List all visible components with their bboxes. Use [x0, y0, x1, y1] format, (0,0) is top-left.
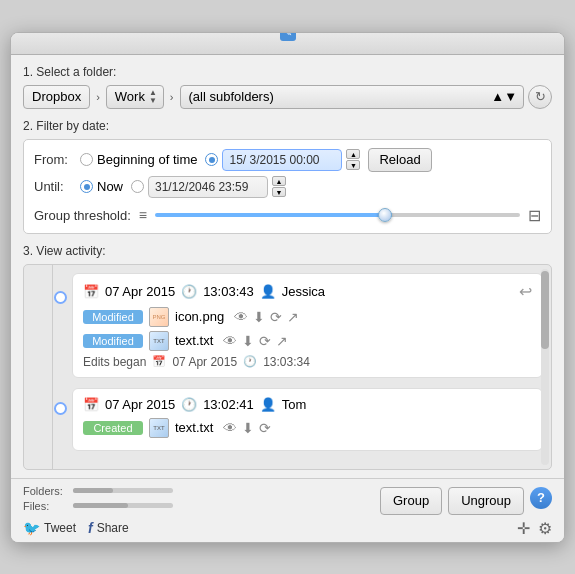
subfolders-arrows-icon: ▲▼ — [491, 89, 517, 104]
file-name-2: text.txt — [175, 333, 213, 348]
threshold-slider[interactable] — [155, 207, 520, 223]
until-date-down[interactable]: ▼ — [272, 187, 286, 197]
move-icon[interactable]: ✛ — [517, 519, 530, 538]
until-date-stepper: ▲ ▼ — [272, 176, 286, 197]
timeline-dot-1 — [54, 291, 67, 304]
from-date-down[interactable]: ▼ — [346, 160, 360, 170]
file-name-1: icon.png — [175, 309, 224, 324]
from-row: From: Beginning of time ▲ ▼ Reload — [34, 148, 541, 172]
until-date-up[interactable]: ▲ — [272, 176, 286, 186]
history-icon-1[interactable]: ⟳ — [270, 309, 282, 325]
file-row-1: Modified PNG icon.png 👁 ⬇ ⟳ ↗ — [83, 307, 532, 327]
files-label: Files: — [23, 500, 65, 512]
preview-icon-3[interactable]: 👁 — [223, 420, 237, 436]
now-radio-circle — [80, 180, 93, 193]
preview-icon-1[interactable]: 👁 — [234, 309, 248, 325]
until-date-input[interactable] — [148, 176, 268, 198]
scrollbar-thumb[interactable] — [541, 271, 549, 349]
filter-section: From: Beginning of time ▲ ▼ Reload Un — [23, 139, 552, 234]
ungroup-button[interactable]: Ungroup — [448, 487, 524, 515]
activity-time-2: 13:02:41 — [203, 397, 254, 412]
beginning-of-time-radio[interactable]: Beginning of time — [80, 152, 197, 167]
activity-user-2: Tom — [282, 397, 307, 412]
user-icon-2: 👤 — [260, 397, 276, 412]
folders-bar-track — [73, 488, 173, 493]
help-button[interactable]: ? — [530, 487, 552, 509]
download-icon-1[interactable]: ⬇ — [253, 309, 265, 325]
badge-modified-1: Modified — [83, 310, 143, 324]
history-icon-3[interactable]: ⟳ — [259, 420, 271, 436]
clock-icon-1: 🕐 — [181, 284, 197, 299]
link-icon-2[interactable]: ↗ — [276, 333, 288, 349]
share-link[interactable]: f Share — [88, 520, 129, 536]
slider-track — [155, 213, 520, 217]
threshold-label: Group threshold: — [34, 208, 131, 223]
title-bar — [11, 33, 564, 55]
activity-group-2: 📅 07 Apr 2015 🕐 13:02:41 👤 Tom Created T… — [72, 388, 543, 451]
app-window: 1. Select a folder: Dropbox › Work ▲▼ › … — [10, 32, 565, 543]
group-button[interactable]: Group — [380, 487, 442, 515]
edits-began-text: Edits began — [83, 355, 146, 369]
until-date-radio-circle[interactable] — [131, 180, 144, 193]
link-icon-1[interactable]: ↗ — [287, 309, 299, 325]
file-thumb-png-1: PNG — [149, 307, 169, 327]
bottom-icons: ✛ ⚙ — [517, 519, 552, 538]
folders-bar-fill — [73, 488, 113, 493]
activity-group-1: 📅 07 Apr 2015 🕐 13:03:43 👤 Jessica ↩ Mod… — [72, 273, 543, 378]
edits-began-row: Edits began 📅 07 Apr 2015 🕐 13:03:34 — [83, 355, 532, 369]
slider-thumb[interactable] — [378, 208, 392, 222]
folders-label: Folders: — [23, 485, 65, 497]
progress-section: Folders: Files: Group Ungroup ? — [23, 485, 552, 515]
folders-row: Folders: — [23, 485, 173, 497]
from-date-radio-circle[interactable] — [205, 153, 218, 166]
tweet-link[interactable]: 🐦 Tweet — [23, 520, 76, 536]
settings-icon[interactable]: ⚙ — [538, 519, 552, 538]
reload-icon-btn[interactable]: ↻ — [528, 85, 552, 109]
undo-icon-1[interactable]: ↩ — [519, 282, 532, 301]
file-thumb-txt-1: TXT — [149, 331, 169, 351]
group-threshold-row: Group threshold: ≡ ⊟ — [34, 206, 541, 225]
share-text: Share — [97, 521, 129, 535]
edits-calendar-icon: 📅 — [152, 355, 166, 368]
bottom-buttons: Group Ungroup ? — [380, 487, 552, 515]
step3-label: 3. View activity: — [23, 244, 552, 258]
from-date-input[interactable] — [222, 149, 342, 171]
files-bar-fill — [73, 503, 128, 508]
calendar-icon-2: 📅 — [83, 397, 99, 412]
dropbox-label: Dropbox — [32, 89, 81, 104]
activity-date-2: 07 Apr 2015 — [105, 397, 175, 412]
until-label: Until: — [34, 179, 72, 194]
chevron-right-icon: › — [96, 91, 100, 103]
now-radio[interactable]: Now — [80, 179, 123, 194]
activity-time-1: 13:03:43 — [203, 284, 254, 299]
scrollbar[interactable] — [541, 269, 549, 465]
files-row: Files: — [23, 500, 173, 512]
history-icon-2[interactable]: ⟳ — [259, 333, 271, 349]
reload-button[interactable]: Reload — [368, 148, 431, 172]
dropbox-button[interactable]: Dropbox — [23, 85, 90, 109]
clock-icon-2: 🕐 — [181, 397, 197, 412]
work-label: Work — [115, 89, 145, 104]
activity-section: 📅 07 Apr 2015 🕐 13:03:43 👤 Jessica ↩ Mod… — [23, 264, 552, 470]
from-date-up[interactable]: ▲ — [346, 149, 360, 159]
activity-group-container-2: 📅 07 Apr 2015 🕐 13:02:41 👤 Tom Created T… — [32, 388, 543, 451]
preview-icon-2[interactable]: 👁 — [223, 333, 237, 349]
file-row-2: Modified TXT text.txt 👁 ⬇ ⟳ ↗ — [83, 331, 532, 351]
timeline-dot-2 — [54, 402, 67, 415]
work-arrows-icon: ▲▼ — [149, 89, 157, 105]
file-thumb-txt-2: TXT — [149, 418, 169, 438]
tweet-text: Tweet — [44, 521, 76, 535]
now-text: Now — [97, 179, 123, 194]
user-icon-1: 👤 — [260, 284, 276, 299]
from-label: From: — [34, 152, 72, 167]
work-dropdown[interactable]: Work ▲▼ — [106, 85, 164, 109]
download-icon-2[interactable]: ⬇ — [242, 333, 254, 349]
step1-label: 1. Select a folder: — [23, 65, 552, 79]
list-expanded-icon: ⊟ — [528, 206, 541, 225]
badge-modified-2: Modified — [83, 334, 143, 348]
activity-date-1: 07 Apr 2015 — [105, 284, 175, 299]
edits-time: 13:03:34 — [263, 355, 310, 369]
download-icon-3[interactable]: ⬇ — [242, 420, 254, 436]
subfolders-dropdown[interactable]: (all subfolders) ▲▼ — [180, 85, 524, 109]
pin-icon — [280, 32, 296, 41]
